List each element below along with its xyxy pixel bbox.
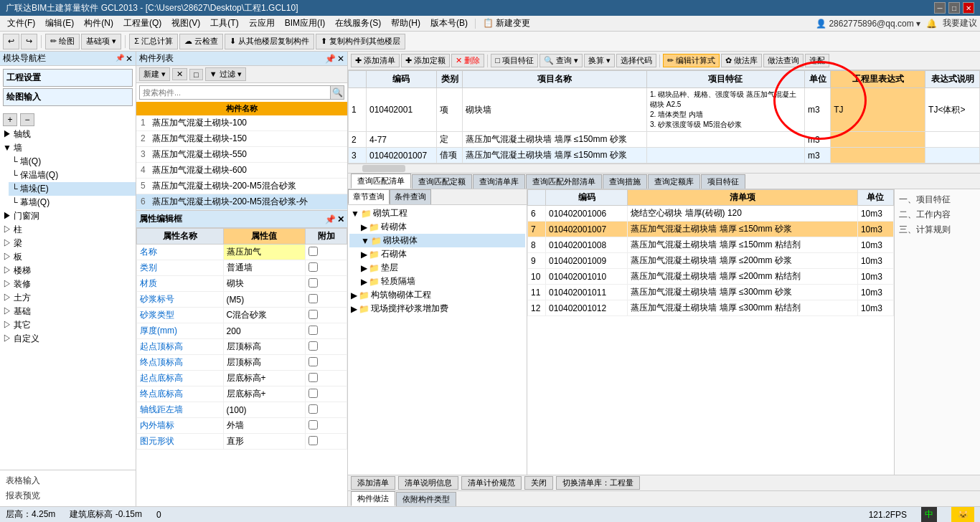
- cell-code-3[interactable]: 010402001007: [367, 148, 437, 163]
- nav-add-button[interactable]: +: [3, 113, 17, 126]
- tab-match-list[interactable]: 查询匹配清单: [351, 174, 411, 189]
- res-item-11[interactable]: 蒸压加气混凝土砌块墙 墙厚 ≤300mm 砂浆: [628, 285, 858, 300]
- tree-item-decoration[interactable]: ▷ 装修: [0, 277, 136, 291]
- props-check-shape[interactable]: [308, 436, 318, 445]
- toolbar-base[interactable]: 基础项 ▾: [81, 34, 121, 49]
- tb-method-lib[interactable]: ✿ 做法库: [721, 54, 762, 67]
- props-check-bot-end[interactable]: [308, 389, 318, 398]
- tree-item-beam[interactable]: ▷ 梁: [0, 237, 136, 250]
- tb-match[interactable]: 选配: [805, 54, 829, 67]
- action-switch-lib[interactable]: 切换清单库：工程量: [556, 476, 640, 490]
- toolbar-check[interactable]: ☁ 云检查: [179, 34, 223, 49]
- res-code-8[interactable]: 010402001008: [546, 237, 628, 253]
- minimize-button[interactable]: ─: [934, 2, 946, 14]
- cell-name-3[interactable]: 蒸压加气混凝土砌块墙 墙厚 ≤150mm 砂浆: [463, 148, 647, 163]
- cell-expr-3[interactable]: [831, 148, 925, 163]
- tree-item-column[interactable]: ▷ 柱: [0, 223, 136, 237]
- menu-version[interactable]: 版本号(B): [426, 16, 472, 31]
- nav-table-input[interactable]: 表格输入: [3, 473, 133, 488]
- comp-item-3[interactable]: 3蒸压加气混凝土砌块-550: [136, 147, 347, 163]
- cell-features-1[interactable]: 1. 砌块品种、规格、强度等级 蒸压加气混凝土砌块 A2.52. 墙体类型 内墙…: [647, 88, 805, 132]
- h-scrollbar-thumb[interactable]: [362, 165, 405, 172]
- tree-item-curtain-wall[interactable]: └ 幕墙(Q): [9, 196, 136, 209]
- feedback-link[interactable]: 我要建议: [943, 17, 977, 29]
- menu-view[interactable]: 视图(V): [167, 16, 204, 31]
- action-list-pricing[interactable]: 清单计价规范: [461, 476, 522, 490]
- props-check-name[interactable]: [308, 247, 318, 256]
- comp-copy-button[interactable]: □: [189, 69, 203, 80]
- props-value-mortar-type[interactable]: C混合砂浆: [223, 308, 306, 323]
- menu-tools[interactable]: 工具(T): [206, 16, 242, 31]
- action-add-list[interactable]: 添加清单: [351, 476, 395, 490]
- menu-component[interactable]: 构件(N): [80, 16, 118, 31]
- comp-item-1[interactable]: 1蒸压加气混凝土砌块-100: [136, 115, 347, 131]
- comp-delete-button[interactable]: ✕: [172, 68, 187, 80]
- props-check-axis-dist[interactable]: [308, 404, 318, 414]
- props-value-axis-dist[interactable]: (100): [223, 402, 306, 418]
- tab-query-list[interactable]: 查询清单库: [473, 174, 525, 189]
- footer-tab-method[interactable]: 构件做法: [351, 491, 395, 506]
- tree-item-wall[interactable]: ▼ 墙: [0, 141, 136, 155]
- props-value-top-end[interactable]: 层顶标高: [223, 355, 306, 371]
- props-value-wall-mark[interactable]: 外墙: [223, 418, 306, 434]
- toolbar-copy-to[interactable]: ⬆ 复制构件到其他楼层: [316, 34, 405, 49]
- tree-item-stair[interactable]: ▷ 楼梯: [0, 264, 136, 277]
- props-value-mortar-grade[interactable]: (M5): [223, 292, 306, 308]
- res-item-6[interactable]: 烧结空心砌块 墙厚(砖砌) 120: [628, 206, 858, 222]
- props-value-bot-start[interactable]: 层底标高+: [223, 371, 306, 386]
- nav-remove-button[interactable]: −: [20, 113, 34, 126]
- props-check-top-end[interactable]: [308, 357, 318, 366]
- user-account[interactable]: 👤 2862775896@qq.com ▾: [816, 19, 920, 29]
- tree-stone[interactable]: ▶ 📁 石砌体: [349, 247, 525, 261]
- tb-add-quota[interactable]: ✚ 添加定额: [401, 54, 450, 67]
- props-value-bot-end[interactable]: 层底标高+: [223, 386, 306, 402]
- nav-engineering-setup[interactable]: 工程设置: [3, 69, 133, 87]
- tree-block[interactable]: ▼ 📁 砌块砌体: [349, 234, 525, 247]
- toolbar-copy-from[interactable]: ⬇ 从其他楼层复制构件: [225, 34, 314, 49]
- tb-item-feature[interactable]: □ 项目特征: [491, 54, 538, 67]
- res-code-6[interactable]: 010402001006: [546, 206, 628, 222]
- tb-query[interactable]: 🔍 查询 ▾: [540, 54, 583, 67]
- tab-item-features[interactable]: 项目特征: [701, 174, 745, 189]
- res-item-12[interactable]: 蒸压加气混凝土砌块墙 墙厚 ≤300mm 粘结剂: [628, 300, 858, 316]
- props-check-wall-mark[interactable]: [308, 420, 318, 430]
- nav-panel-close[interactable]: ✕: [126, 54, 133, 64]
- res-code-11[interactable]: 010402001011: [546, 285, 628, 300]
- tb-delete[interactable]: ✕ 删除: [451, 54, 484, 67]
- tree-item-door-window[interactable]: ▶ 门窗洞: [0, 209, 136, 223]
- tree-brick[interactable]: ▶ 📁 砖砌体: [349, 220, 525, 234]
- tree-item-foundation[interactable]: ▷ 基础: [0, 305, 136, 318]
- toolbar-redo[interactable]: ↪: [21, 34, 37, 49]
- menu-help[interactable]: 帮助(H): [387, 16, 425, 31]
- nav-panel-pin[interactable]: 📌: [116, 54, 124, 64]
- cell-name-1[interactable]: 砌块墙: [463, 88, 647, 132]
- res-code-10[interactable]: 010402001010: [546, 269, 628, 285]
- res-code-9[interactable]: 010402001009: [546, 253, 628, 269]
- tree-item-wall-vert[interactable]: └ 墙垛(E): [9, 182, 136, 196]
- bell-icon[interactable]: 🔔: [926, 19, 937, 29]
- props-check-mortar-type[interactable]: [308, 310, 318, 319]
- restore-button[interactable]: □: [948, 2, 960, 14]
- tb-select-code[interactable]: 选择代码: [616, 54, 656, 67]
- tab-condition-search[interactable]: 条件查询: [390, 189, 431, 204]
- res-code-12[interactable]: 010402001012: [546, 300, 628, 316]
- cell-code-2[interactable]: 4-77: [367, 132, 437, 148]
- props-value-name[interactable]: 蒸压加气: [223, 245, 306, 260]
- menu-online[interactable]: 在线服务(S): [331, 16, 385, 31]
- tb-add-list[interactable]: ✚ 添加清单: [351, 54, 400, 67]
- tree-item-insulation-wall[interactable]: └ 保温墙(Q): [9, 169, 136, 182]
- comp-item-6[interactable]: 6蒸压加气混凝土砌块-200-M5混合砂浆-外: [136, 194, 347, 210]
- cell-code-1[interactable]: 010402001: [367, 88, 437, 132]
- nav-drawing-input[interactable]: 绘图输入: [3, 88, 133, 106]
- action-close[interactable]: 关闭: [524, 476, 553, 490]
- props-check-bot-start[interactable]: [308, 373, 318, 382]
- comp-search-button[interactable]: 🔍: [330, 86, 344, 99]
- menu-new-change[interactable]: 📋 新建变更: [479, 16, 534, 31]
- comp-item-2[interactable]: 2蒸压加气混凝土砌块-150: [136, 131, 347, 147]
- props-value-top-start[interactable]: 层顶标高: [223, 339, 306, 355]
- props-check-mortar-grade[interactable]: [308, 294, 318, 303]
- tree-light-wall[interactable]: ▶ 📁 轻质隔墙: [349, 275, 525, 288]
- tab-chapter-search[interactable]: 章节查询: [348, 189, 390, 204]
- comp-item-4[interactable]: 4蒸压加气混凝土砌块-600: [136, 163, 347, 179]
- tree-structure[interactable]: ▶ 📁 构筑物砌体工程: [349, 288, 525, 302]
